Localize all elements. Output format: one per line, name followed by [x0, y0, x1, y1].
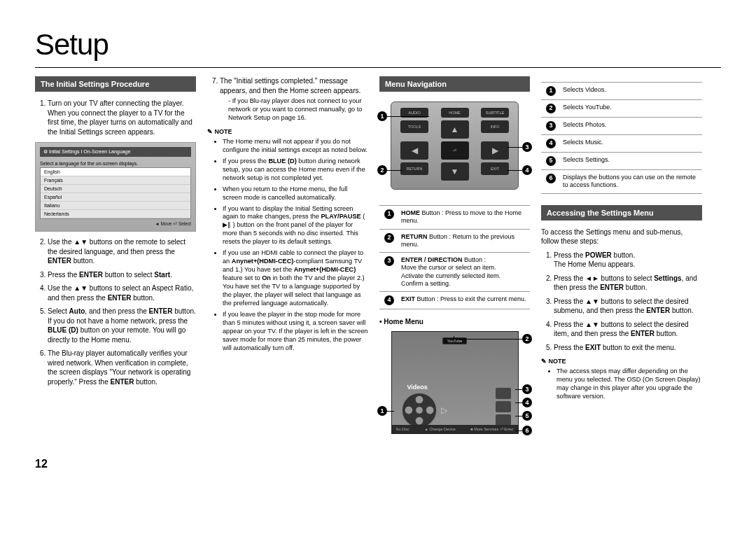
remote-table-row-1: 1HOME Button : Press to move to the Home…	[379, 206, 530, 230]
main-columns: The Initial Settings Procedure Turn on y…	[35, 76, 721, 437]
nav-right-icon: ▷	[441, 405, 447, 415]
remote-table-row-3: 3ENTER / DIRECTION Button : Move the cur…	[379, 253, 530, 292]
selects-row-4: 4Selects Music.	[541, 135, 702, 153]
initial-steps-cont: Use the ▲▼ buttons on the remote to sele…	[35, 237, 196, 386]
lang-box-caption: Select a language for the on-screen disp…	[40, 160, 191, 167]
svg-point-1	[416, 407, 423, 414]
access-step-2: Press the ◄► buttons to select Settings,…	[554, 274, 702, 293]
col4-note-bullet: The access steps may differ depending on…	[556, 368, 702, 401]
remote-num-4: 4	[384, 295, 394, 305]
home-menu-label: Home Menu	[379, 318, 530, 326]
note-bullet-3: When you return to the Home menu, the fu…	[223, 186, 368, 202]
hm-callout-6: 6	[522, 426, 532, 435]
callout-1: 1	[377, 111, 387, 121]
step-2: Use the ▲▼ buttons on the remote to sele…	[48, 237, 196, 266]
hm-tile-3	[496, 414, 511, 426]
selects-row-3: 3Selects Photos.	[541, 118, 702, 135]
selects-row-6: 6Displays the buttons you can use on the…	[541, 170, 702, 194]
lang-espanol: Español	[41, 193, 190, 202]
lang-italiano: Italiano	[41, 202, 190, 210]
remote-down-arrow-icon: ▼	[441, 162, 469, 181]
callout-2: 2	[377, 165, 387, 175]
page-title: Setup	[35, 28, 721, 62]
selects-row-2: 2Selects YouTube.	[541, 100, 702, 118]
initial-steps: Turn on your TV after connecting the pla…	[35, 99, 196, 136]
accessing-intro: To access the Settings menu and sub-menu…	[541, 227, 702, 246]
selects-table: 1Selects Videos. 2Selects YouTube. 3Sele…	[541, 82, 702, 194]
remote-table-row-2: 2RETURN Button : Return to the previous …	[379, 229, 530, 253]
column-2: The "Initial settings completed." messag…	[207, 76, 368, 437]
step-4: Use the ▲▼ buttons to select an Aspect R…	[48, 284, 196, 302]
remote-num-2: 2	[384, 233, 394, 243]
column-4: 1Selects Videos. 2Selects YouTube. 3Sele…	[541, 76, 702, 437]
lang-francais: Français	[41, 176, 190, 185]
section-menu-navigation: Menu Navigation	[379, 76, 530, 92]
step-6: The Blu-ray player automatically verifie…	[48, 349, 196, 386]
film-reel-icon	[400, 391, 438, 429]
svg-point-4	[405, 407, 412, 414]
hm-callout-4: 4	[522, 398, 532, 407]
note-label-1: NOTE	[207, 128, 368, 135]
hm-tile-1	[496, 388, 511, 399]
remote-enter-button: ⏎	[441, 141, 469, 160]
home-menu-screenshot: YouTube Videos ▷ No Disc ▲ Change Device	[391, 331, 519, 434]
section-accessing: Accessing the Settings Menu	[541, 205, 702, 220]
lang-deutsch: Deutsch	[41, 185, 190, 193]
remote-callout-table: 1HOME Button : Press to move to the Home…	[379, 205, 530, 309]
hm-tile-2	[496, 401, 511, 412]
svg-point-2	[415, 396, 423, 403]
remote-info: INFO	[481, 120, 509, 133]
hm-callout-2: 2	[522, 334, 532, 344]
hm-callout-5: 5	[522, 411, 532, 421]
note-bullet-1: The Home menu will not appear if you do …	[223, 138, 368, 155]
language-list: English Français Deutsch Español Italian…	[40, 167, 191, 219]
access-step-3: Press the ▲▼ buttons to select the desir…	[554, 297, 702, 316]
access-step-4: Press the ▲▼ buttons to select the desir…	[554, 320, 702, 339]
lang-box-title: Initial Settings I On-Screen Language	[40, 147, 191, 157]
note-bullet-4: If you want to display the Initial Setti…	[223, 205, 368, 247]
page-number: 12	[35, 458, 721, 470]
accessing-steps: Press the POWER button. The Home Menu ap…	[541, 251, 702, 353]
remote-subtitle: SUBTITLE	[481, 108, 509, 118]
lang-english: English	[41, 168, 190, 176]
col4-note-bullets: The access steps may differ depending on…	[547, 368, 702, 401]
lang-nederlands: Nederlands	[41, 210, 190, 218]
remote-exit: EXIT	[481, 162, 509, 175]
selects-row-5: 5Selects Settings.	[541, 153, 702, 170]
step-3: Press the ENTER button to select Start.	[48, 270, 196, 280]
step-7: The "Initial settings completed." messag…	[220, 76, 368, 122]
svg-point-5	[426, 407, 433, 414]
home-menu-footer: No Disc ▲ Change Device ■ More Services …	[392, 425, 518, 433]
remote-tools: TOOLS	[400, 120, 428, 133]
note-bullet-2: If you press the BLUE (D) button during …	[223, 158, 368, 183]
title-rule	[35, 67, 721, 68]
callout-4: 4	[522, 165, 532, 175]
remote-up-arrow-icon: ▲	[441, 120, 469, 139]
remote-return: RETURN	[400, 162, 428, 175]
column-3: Menu Navigation AUDIO HOME SUBTITLE TOOL…	[379, 76, 530, 437]
remote-num-3: 3	[384, 256, 394, 266]
remote-left-arrow-icon: ◀	[400, 141, 428, 160]
lang-box-footer: ◄ Move ⏎ Select	[40, 219, 191, 227]
videos-label: Videos	[407, 384, 428, 391]
access-step-5: Press the EXIT button to exit the menu.	[554, 343, 702, 353]
section-initial-settings: The Initial Settings Procedure	[35, 76, 196, 92]
step-1: Turn on your TV after connecting the pla…	[48, 99, 196, 136]
svg-point-3	[415, 417, 423, 425]
remote-num-1: 1	[384, 209, 394, 219]
initial-settings-screenshot: Initial Settings I On-Screen Language Se…	[35, 142, 196, 232]
column-1: The Initial Settings Procedure Turn on y…	[35, 76, 196, 437]
note-bullets: The Home menu will not appear if you do …	[213, 138, 368, 353]
note-label-2: NOTE	[541, 358, 702, 365]
remote-home: HOME	[441, 108, 469, 118]
remote-control-diagram: AUDIO HOME SUBTITLE TOOLS ▲ INFO ◀ ⏎ ▶ R…	[391, 102, 519, 190]
step-7-list: The "Initial settings completed." messag…	[207, 76, 368, 122]
callout-3: 3	[522, 142, 532, 152]
step-7-sub: - If you Blu-ray player does not connect…	[228, 97, 368, 122]
hm-callout-3: 3	[522, 384, 532, 394]
note-bullet-5: If you use an HDMI cable to connect the …	[223, 249, 368, 308]
note-bullet-6: If you leave the player in the stop mode…	[223, 311, 368, 353]
access-step-1: Press the POWER button. The Home Menu ap…	[554, 251, 702, 270]
hm-callout-1: 1	[377, 406, 387, 416]
remote-right-arrow-icon: ▶	[481, 141, 509, 160]
